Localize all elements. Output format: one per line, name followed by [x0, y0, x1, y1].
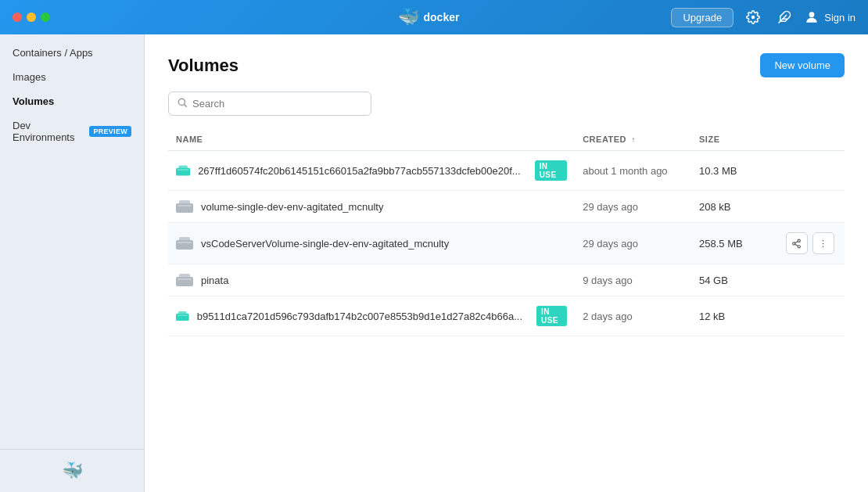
actions-cell [778, 191, 845, 223]
volume-icon [176, 310, 189, 322]
docker-wordmark: docker [424, 10, 471, 24]
signin-area[interactable]: Sign in [804, 9, 855, 25]
created-cell: 29 days ago [575, 223, 691, 264]
svg-point-20 [823, 246, 824, 247]
docker-whale-icon: 🐳 [62, 461, 83, 481]
created-text: 29 days ago [583, 201, 638, 213]
titlebar: 🐳 docker Upgrade Sign in [0, 0, 868, 34]
name-cell: volume-single-dev-env-agitated_mcnulty [168, 191, 575, 223]
sidebar-item-volumes[interactable]: Volumes [0, 89, 144, 113]
close-button[interactable] [13, 13, 22, 22]
svg-rect-26 [178, 314, 188, 316]
size-cell: 54 GB [691, 264, 778, 296]
name-cell: b9511d1ca7201d596c793dafb174b2c007e8553b… [168, 296, 575, 336]
content-area: Volumes New volume NAME CREATED ↑ [145, 34, 868, 492]
sidebar-item-images[interactable]: Images [0, 65, 144, 89]
col-header-actions [778, 130, 845, 151]
volume-name: vsCodeServerVolume-single-dev-env-agitat… [201, 238, 449, 250]
name-cell: vsCodeServerVolume-single-dev-env-agitat… [168, 223, 575, 264]
svg-point-1 [809, 12, 815, 17]
table-row[interactable]: volume-single-dev-env-agitated_mcnulty 2… [168, 191, 845, 223]
size-text: 10.3 MB [699, 165, 737, 177]
created-text: 9 days ago [583, 275, 633, 286]
sidebar: Containers / Apps Images Volumes Dev Env… [0, 34, 145, 492]
created-cell: 29 days ago [575, 191, 691, 223]
table-row[interactable]: pinata 9 days ago 54 GB [168, 264, 845, 296]
actions-cell [778, 223, 845, 264]
size-text: 208 kB [699, 201, 730, 213]
volumes-table: NAME CREATED ↑ SIZE [168, 130, 845, 336]
name-cell: 267ff1d60574fc20b6145151c66015a2fa9bb77a… [168, 151, 575, 191]
svg-rect-12 [178, 242, 192, 243]
svg-rect-25 [178, 311, 187, 315]
svg-rect-11 [179, 237, 190, 242]
main-layout: Containers / Apps Images Volumes Dev Env… [0, 34, 868, 492]
new-volume-button[interactable]: New volume [760, 53, 845, 77]
col-header-size: SIZE [691, 130, 778, 151]
sidebar-nav: Containers / Apps Images Volumes Dev Env… [0, 41, 144, 449]
table-row[interactable]: vsCodeServerVolume-single-dev-env-agitat… [168, 223, 845, 264]
svg-text:docker: docker [424, 11, 460, 23]
svg-rect-5 [178, 165, 188, 169]
size-cell: 12 kB [691, 296, 778, 336]
volume-name: pinata [201, 275, 228, 286]
gear-icon [746, 10, 760, 24]
svg-line-17 [795, 241, 798, 242]
size-cell: 208 kB [691, 191, 778, 223]
volume-icon [176, 164, 190, 177]
traffic-lights [13, 13, 50, 22]
sidebar-item-containers-label: Containers / Apps [13, 47, 93, 59]
volume-name: volume-single-dev-env-agitated_mcnulty [201, 201, 383, 213]
more-options-button[interactable] [812, 232, 834, 254]
size-cell: 10.3 MB [691, 151, 778, 191]
svg-point-19 [823, 242, 824, 244]
created-cell: about 1 month ago [575, 151, 691, 191]
svg-rect-8 [179, 200, 190, 205]
docker-logo-icon: 🐳 [398, 7, 419, 27]
volume-icon [176, 237, 193, 250]
svg-point-13 [798, 239, 800, 242]
minimize-button[interactable] [27, 13, 36, 22]
size-cell: 258.5 MB [691, 223, 778, 264]
maximize-button[interactable] [41, 13, 50, 22]
search-input[interactable] [192, 98, 363, 110]
svg-point-14 [793, 242, 795, 244]
col-header-created[interactable]: CREATED ↑ [575, 130, 691, 151]
sidebar-item-dev-environments[interactable]: Dev Environments PREVIEW [0, 113, 144, 149]
svg-point-18 [823, 239, 824, 241]
sidebar-item-volumes-label: Volumes [13, 95, 54, 107]
content-header: Volumes New volume [168, 53, 845, 77]
table-row[interactable]: b9511d1ca7201d596c793dafb174b2c007e8553b… [168, 296, 845, 336]
name-cell: pinata [168, 264, 575, 296]
search-bar [168, 92, 371, 116]
in-use-badge: IN USE [536, 306, 567, 326]
svg-rect-22 [179, 274, 190, 278]
extensions-button[interactable] [773, 5, 796, 29]
size-text: 258.5 MB [699, 238, 743, 250]
titlebar-center: 🐳 docker [398, 7, 471, 27]
sort-arrow: ↑ [632, 135, 637, 144]
sidebar-item-dev-env-label: Dev Environments [13, 120, 84, 143]
volume-name: 267ff1d60574fc20b6145151c66015a2fa9bb77a… [198, 165, 521, 177]
page-title: Volumes [168, 56, 239, 76]
share-button[interactable] [786, 232, 808, 254]
volume-icon [176, 200, 193, 213]
created-cell: 9 days ago [575, 264, 691, 296]
actions-cell [778, 296, 845, 336]
puzzle-icon [777, 10, 791, 24]
created-text: 2 days ago [583, 311, 633, 322]
upgrade-button[interactable]: Upgrade [671, 8, 733, 27]
titlebar-actions: Upgrade Sign in [671, 5, 855, 29]
sidebar-item-images-label: Images [13, 71, 46, 83]
in-use-badge: IN USE [535, 160, 567, 181]
table-row[interactable]: 267ff1d60574fc20b6145151c66015a2fa9bb77a… [168, 151, 845, 191]
svg-line-3 [185, 105, 187, 107]
sidebar-item-containers[interactable]: Containers / Apps [0, 41, 144, 65]
size-text: 12 kB [699, 311, 725, 322]
search-icon [177, 97, 188, 110]
settings-button[interactable] [741, 5, 765, 29]
svg-rect-9 [178, 205, 192, 206]
created-text: about 1 month ago [583, 165, 667, 177]
actions-cell [778, 151, 845, 191]
actions-cell [778, 264, 845, 296]
